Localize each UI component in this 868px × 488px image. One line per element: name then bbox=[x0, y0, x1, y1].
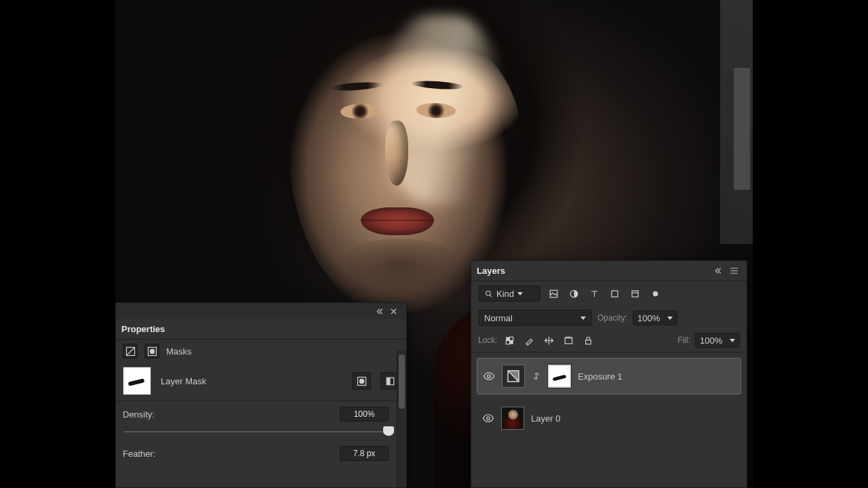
pixel-mask-button-icon[interactable] bbox=[352, 372, 371, 390]
properties-section-label: Masks bbox=[166, 346, 192, 357]
canvas-scrollbar[interactable] bbox=[734, 68, 750, 190]
layer-mask-thumbnail[interactable] bbox=[548, 365, 571, 388]
svg-point-5 bbox=[652, 291, 658, 296]
adjustment-tab-icon[interactable] bbox=[123, 344, 138, 359]
svg-point-17 bbox=[149, 348, 155, 354]
density-row: Density: 100% bbox=[116, 403, 406, 426]
svg-rect-11 bbox=[586, 340, 591, 344]
chevron-down-icon bbox=[580, 317, 586, 320]
properties-scrollbar[interactable] bbox=[397, 350, 406, 487]
properties-panel-title: Properties bbox=[121, 324, 165, 334]
svg-point-14 bbox=[487, 417, 490, 420]
panel-collapse-icon[interactable] bbox=[371, 304, 386, 319]
svg-rect-3 bbox=[612, 291, 618, 297]
svg-rect-6 bbox=[506, 337, 509, 340]
letterbox-left bbox=[0, 0, 115, 488]
chevron-down-icon bbox=[730, 339, 735, 342]
filter-smartobject-icon[interactable] bbox=[627, 286, 642, 301]
fill-value: 100% bbox=[700, 336, 722, 346]
mask-link-icon[interactable] bbox=[532, 371, 541, 381]
fill-input[interactable]: 100% bbox=[695, 333, 740, 348]
visibility-toggle-icon[interactable] bbox=[482, 412, 494, 424]
canvas-right-gutter bbox=[720, 0, 753, 244]
portrait-lips bbox=[361, 207, 434, 235]
opacity-value: 100% bbox=[637, 313, 660, 323]
layers-panel-title: Layers bbox=[477, 266, 505, 276]
filter-type-icon[interactable] bbox=[587, 286, 601, 301]
svg-rect-9 bbox=[506, 340, 509, 344]
mask-type-row: Layer Mask bbox=[116, 363, 406, 399]
fill-label: Fill: bbox=[677, 336, 690, 345]
svg-rect-4 bbox=[632, 291, 638, 297]
adjustment-thumbnail-icon[interactable] bbox=[502, 365, 525, 388]
layers-panel: Layers Kind Normal Opacity: bbox=[471, 260, 747, 488]
lock-position-icon[interactable] bbox=[542, 333, 557, 348]
chevron-down-icon bbox=[517, 292, 523, 296]
lock-label: Lock: bbox=[478, 336, 498, 345]
lock-artboard-icon[interactable] bbox=[561, 333, 576, 348]
feather-input[interactable]: 7.8 px bbox=[340, 446, 389, 461]
layers-blend-row: Normal Opacity: 100% bbox=[471, 306, 747, 330]
portrait-nose bbox=[385, 121, 408, 186]
properties-panel: Properties Masks Layer Mask Density: 100… bbox=[115, 302, 407, 488]
feather-row: Feather: 7.8 px bbox=[116, 442, 406, 465]
panel-close-icon[interactable] bbox=[386, 304, 401, 319]
masks-tab-icon[interactable] bbox=[144, 344, 159, 359]
filter-toggle-icon[interactable] bbox=[648, 286, 663, 301]
lock-all-icon[interactable] bbox=[581, 333, 596, 348]
svg-rect-8 bbox=[510, 337, 513, 340]
density-input[interactable]: 100% bbox=[340, 407, 389, 422]
blend-mode-dropdown[interactable]: Normal bbox=[478, 310, 592, 326]
layer-name[interactable]: Exposure 1 bbox=[578, 371, 623, 382]
layer-row-base[interactable]: Layer 0 bbox=[477, 400, 741, 436]
panel-collapse-icon[interactable] bbox=[711, 264, 726, 279]
layers-filter-row: Kind bbox=[471, 281, 747, 306]
mask-preview-thumbnail[interactable] bbox=[123, 367, 151, 395]
letterbox-right bbox=[753, 0, 868, 488]
layer-thumbnail[interactable] bbox=[501, 407, 524, 430]
feather-label: Feather: bbox=[123, 449, 155, 459]
blend-mode-value: Normal bbox=[484, 313, 513, 323]
mask-type-label: Layer Mask bbox=[161, 376, 206, 386]
density-label: Density: bbox=[123, 409, 155, 420]
svg-point-0 bbox=[486, 291, 491, 296]
layer-filter-kind-label: Kind bbox=[496, 289, 514, 299]
layer-name[interactable]: Layer 0 bbox=[531, 413, 560, 424]
properties-panel-header[interactable]: Properties bbox=[116, 319, 406, 340]
svg-point-12 bbox=[488, 375, 491, 378]
layer-row-exposure[interactable]: Exposure 1 bbox=[477, 358, 741, 394]
svg-rect-7 bbox=[510, 340, 513, 344]
properties-section-row: Masks bbox=[116, 340, 406, 363]
lock-pixels-icon[interactable] bbox=[522, 333, 537, 348]
svg-rect-10 bbox=[565, 338, 572, 343]
opacity-label: Opacity: bbox=[597, 313, 627, 323]
density-slider[interactable] bbox=[124, 426, 389, 438]
panel-menu-icon[interactable] bbox=[726, 264, 741, 279]
chevron-down-icon bbox=[667, 317, 673, 320]
filter-pixel-icon[interactable] bbox=[546, 286, 561, 301]
svg-rect-21 bbox=[387, 378, 390, 385]
lock-transparency-icon[interactable] bbox=[502, 333, 517, 348]
filter-adjustment-icon[interactable] bbox=[566, 286, 581, 301]
layer-filter-kind-dropdown[interactable]: Kind bbox=[478, 285, 540, 302]
layer-list: Exposure 1 Layer 0 bbox=[471, 354, 747, 441]
visibility-toggle-icon[interactable] bbox=[483, 370, 495, 382]
opacity-input[interactable]: 100% bbox=[633, 310, 677, 325]
filter-shape-icon[interactable] bbox=[607, 286, 622, 301]
layers-lock-row: Lock: Fill: 100% bbox=[471, 330, 747, 350]
svg-point-19 bbox=[359, 378, 364, 384]
layers-panel-header[interactable]: Layers bbox=[471, 261, 747, 281]
